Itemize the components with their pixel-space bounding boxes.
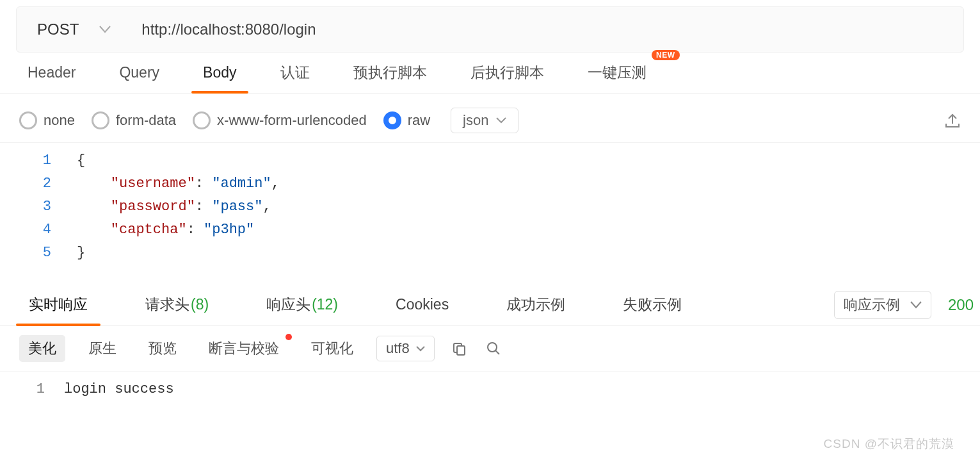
tool-visualize[interactable]: 可视化 xyxy=(302,335,362,362)
tab-label: Header xyxy=(28,64,76,81)
export-icon[interactable] xyxy=(944,112,961,129)
radio-form-data[interactable]: form-data xyxy=(92,111,176,129)
radio-label: form-data xyxy=(116,112,176,129)
chevron-down-icon xyxy=(496,117,506,124)
tool-label: 原生 xyxy=(88,340,116,356)
tab-label: 认证 xyxy=(280,63,310,83)
rtab-label: Cookies xyxy=(396,296,449,313)
request-bar: POST xyxy=(16,6,964,53)
rtab-realtime[interactable]: 实时响应 xyxy=(16,284,100,325)
tab-header[interactable]: Header xyxy=(16,53,87,93)
search-icon[interactable] xyxy=(483,338,504,359)
rtab-count: (12) xyxy=(312,296,338,313)
tab-load-test[interactable]: 一键压测 NEW xyxy=(576,53,658,93)
method-value: POST xyxy=(37,21,79,38)
response-example-label: 响应示例 xyxy=(844,295,900,315)
tool-label: 预览 xyxy=(149,340,177,356)
encoding-value: utf8 xyxy=(386,340,410,357)
tab-body[interactable]: Body xyxy=(191,53,248,93)
radio-raw[interactable]: raw xyxy=(383,111,430,129)
rtab-label: 响应头 xyxy=(266,295,310,315)
response-toolbar: 美化 原生 预览 断言与校验 可视化 utf8 xyxy=(0,326,980,372)
tab-label: 预执行脚本 xyxy=(353,63,427,83)
tab-pre-script[interactable]: 预执行脚本 xyxy=(342,53,438,93)
radio-none[interactable]: none xyxy=(19,111,75,129)
radio-urlencoded[interactable]: x-www-form-urlencoded xyxy=(193,111,367,129)
encoding-select[interactable]: utf8 xyxy=(376,336,435,361)
radio-icon xyxy=(19,111,37,129)
radio-icon xyxy=(193,111,211,129)
radio-label: raw xyxy=(408,112,430,129)
tab-label: 后执行脚本 xyxy=(470,63,544,83)
rtab-req-headers[interactable]: 请求头(8) xyxy=(133,284,221,325)
chevron-down-icon xyxy=(99,26,111,33)
tool-preview[interactable]: 预览 xyxy=(140,335,186,362)
rtab-resp-headers[interactable]: 响应头(12) xyxy=(253,284,351,325)
tab-post-script[interactable]: 后执行脚本 xyxy=(459,53,556,93)
body-type-row: none form-data x-www-form-urlencoded raw… xyxy=(0,94,980,143)
tool-label: 断言与校验 xyxy=(209,340,279,356)
tab-query[interactable]: Query xyxy=(108,53,171,93)
tool-raw[interactable]: 原生 xyxy=(79,335,125,362)
radio-label: none xyxy=(44,112,75,129)
tab-label: 一键压测 xyxy=(588,63,647,83)
request-body-editor[interactable]: 1{2 "username": "admin",3 "password": "p… xyxy=(0,143,980,284)
svg-point-2 xyxy=(488,343,497,352)
chevron-down-icon xyxy=(416,346,425,352)
rtab-label: 成功示例 xyxy=(506,295,565,315)
response-body-viewer[interactable]: 1login success xyxy=(0,372,980,407)
svg-rect-1 xyxy=(457,346,465,355)
content-type-select[interactable]: json xyxy=(451,108,518,133)
method-select[interactable]: POST xyxy=(17,21,129,38)
rtab-count: (8) xyxy=(191,296,209,313)
rtab-label: 实时响应 xyxy=(29,295,88,315)
response-tabs: 实时响应 请求头(8) 响应头(12) Cookies 成功示例 失败示例 响应… xyxy=(0,284,980,326)
content-type-value: json xyxy=(463,112,488,129)
radio-icon-checked xyxy=(383,111,401,129)
tool-label: 可视化 xyxy=(311,340,353,356)
request-tabs: Header Query Body 认证 预执行脚本 后执行脚本 一键压测 NE… xyxy=(0,53,980,94)
tool-assert[interactable]: 断言与校验 xyxy=(200,335,288,362)
tab-label: Query xyxy=(119,64,159,81)
tab-auth[interactable]: 认证 xyxy=(269,53,321,93)
new-badge: NEW xyxy=(652,50,680,60)
tool-beautify[interactable]: 美化 xyxy=(19,335,65,362)
copy-icon[interactable] xyxy=(449,338,469,359)
rtab-label: 请求头 xyxy=(145,295,189,315)
status-code: 200 xyxy=(948,296,974,314)
rtab-success-example[interactable]: 成功示例 xyxy=(494,284,578,325)
tab-label: Body xyxy=(203,64,236,81)
radio-icon xyxy=(92,111,109,129)
response-example-select[interactable]: 响应示例 xyxy=(834,291,931,319)
radio-label: x-www-form-urlencoded xyxy=(217,112,367,129)
chevron-down-icon xyxy=(910,301,922,309)
tool-label: 美化 xyxy=(28,340,56,356)
url-input[interactable] xyxy=(129,21,963,38)
rtab-fail-example[interactable]: 失败示例 xyxy=(610,284,695,325)
rtab-cookies[interactable]: Cookies xyxy=(383,284,462,325)
rtab-label: 失败示例 xyxy=(623,295,682,315)
